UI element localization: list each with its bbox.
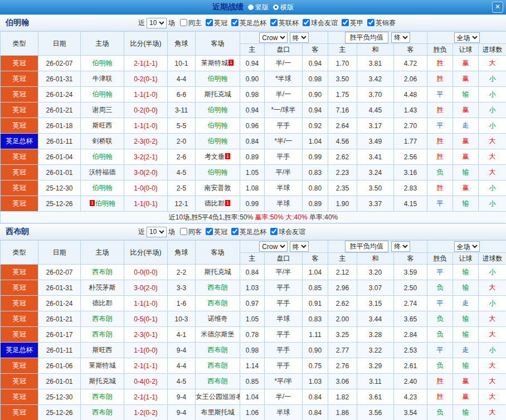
result-wdl: 负 [427, 358, 453, 374]
league-checkbox[interactable] [270, 228, 278, 235]
odds-home: 0.97 [240, 296, 265, 311]
league-filters: 同主英冠英足总杯英联杯球会友谊英甲英锦赛 [176, 18, 396, 28]
odds-final-select[interactable]: 终 [290, 241, 309, 252]
league-filters: 同客英冠英足总杯球会友谊 [176, 227, 305, 237]
avg-label: 胜平负均值 [345, 32, 388, 43]
odds-home: 0.84 [240, 265, 265, 280]
league-checkbox[interactable] [206, 19, 213, 26]
league-checkbox[interactable] [270, 19, 278, 26]
recent-count-select[interactable]: 10 [147, 227, 167, 237]
avg-away: 1.43 [394, 102, 427, 118]
league-type: 英足总杯 [1, 343, 38, 358]
league-checkbox[interactable] [303, 19, 310, 26]
league-filter[interactable]: 英足总杯 [231, 19, 266, 27]
fullmatch-select[interactable]: 全场 [454, 241, 480, 252]
league-checkbox[interactable] [367, 19, 374, 26]
horizontal-radio-icon[interactable] [273, 4, 279, 10]
avg-draw: 3.29 [357, 358, 394, 374]
handicap-line: *半/一 [265, 134, 303, 149]
red-card-badge: 1 [225, 153, 230, 159]
avg-home: 7.16 [328, 102, 357, 118]
league-checkbox[interactable] [342, 19, 349, 26]
league-filter[interactable]: 球会友谊 [270, 228, 305, 236]
match-row: 英冠25-12-26西布朗1-2(0-2)9-4布里斯托城1.06半球0.841… [1, 405, 506, 420]
odds-away: 0.83 [303, 311, 328, 327]
col-avg-draw: 和 [357, 44, 394, 56]
handicap-line: 半球 [265, 196, 303, 212]
match-date: 26-01-24 [38, 87, 81, 102]
avg-draw: 3.15 [357, 296, 394, 311]
avg-final-select[interactable]: 终 [391, 32, 410, 43]
avg-draw: 3.50 [357, 180, 394, 196]
away-team: 西布朗 [196, 343, 240, 358]
col-type: 类型 [1, 241, 38, 265]
avg-away: 3.16 [394, 165, 427, 180]
odds-final-select[interactable]: 终 [290, 32, 309, 43]
odds-away: 0.94 [303, 56, 328, 71]
odds-company-select[interactable]: Crow [259, 241, 288, 252]
horizontal-label[interactable]: 横版 [280, 3, 294, 12]
league-filter[interactable]: 同客 [180, 228, 202, 236]
home-team: 西布朗 [81, 311, 124, 327]
avg-away: 2.56 [394, 149, 427, 165]
result-goals: 大 [479, 280, 506, 296]
league-filter[interactable]: 英甲 [342, 19, 363, 27]
result-goals: 小 [479, 180, 506, 196]
league-filter[interactable]: 英锦赛 [367, 19, 396, 27]
avg-draw: 4.45 [357, 102, 394, 118]
red-card-badge: 1 [225, 200, 230, 206]
match-date: 25-12-30 [38, 389, 81, 405]
avg-home: 3.06 [328, 374, 357, 389]
score: 0-0(0-0) [124, 265, 168, 280]
away-team: 德比郡1 [196, 196, 240, 212]
fullmatch-group-header: 全场 [427, 241, 506, 253]
close-icon[interactable]: ✕ [492, 2, 503, 13]
away-team: 诺维奇 [196, 311, 240, 327]
vertical-label[interactable]: 竖版 [255, 3, 269, 12]
odds-away: 0.91 [303, 296, 328, 311]
odds-home: 0.84 [240, 134, 265, 149]
match-row: 英冠26-01-21谢周三0-2(0-0)3-11伯明翰0.94*一/球半0.9… [1, 102, 506, 118]
league-checkbox[interactable] [231, 228, 239, 235]
odds-away: 0.90 [303, 87, 328, 102]
result-wdl: 负 [427, 165, 453, 180]
avg-home: 4.56 [328, 134, 357, 149]
match-date: 26-01-01 [38, 374, 81, 389]
result-wdl: 负 [427, 311, 453, 327]
league-filter[interactable]: 同主 [180, 19, 202, 27]
vertical-radio-icon[interactable] [248, 4, 254, 10]
match-row: 英冠26-01-06莱斯特城2-1(1-1)4-4西布朗1.14平手0.752.… [1, 358, 506, 374]
home-team: 西布朗 [81, 265, 124, 280]
league-checkbox[interactable] [180, 19, 187, 26]
recent-count-select[interactable]: 10 [147, 18, 167, 28]
col-corner: 角球 [168, 32, 196, 56]
league-filter[interactable]: 英足总杯 [231, 228, 266, 236]
odds-home: 1.03 [240, 280, 265, 296]
league-type: 英冠 [1, 296, 38, 311]
avg-draw: 3.20 [357, 265, 394, 280]
fullmatch-select[interactable]: 全场 [454, 32, 480, 43]
result-goals: 大 [479, 56, 506, 71]
avg-final-select[interactable]: 终 [391, 241, 410, 252]
league-filter[interactable]: 球会友谊 [303, 19, 338, 27]
odds-away: 1.04 [303, 134, 328, 149]
league-filter[interactable]: 英联杯 [270, 19, 299, 27]
avg-home: 1.86 [328, 405, 357, 420]
home-team: 剑桥联 [81, 134, 124, 149]
league-filter[interactable]: 英冠 [206, 228, 227, 236]
away-team: 南安普敦 [196, 180, 240, 196]
result-goals: 大 [479, 374, 506, 389]
recent-suffix: 场 [168, 18, 175, 28]
league-checkbox[interactable] [206, 228, 213, 235]
league-checkbox[interactable] [180, 228, 187, 235]
odds-company-select[interactable]: Crow [259, 32, 288, 43]
result-handicap: 赢 [453, 149, 479, 165]
league-checkbox[interactable] [231, 19, 239, 26]
league-filter[interactable]: 英冠 [206, 19, 227, 27]
avg-home: 1.82 [328, 389, 357, 405]
score: 0-2(0-0) [124, 102, 168, 118]
handicap-line: 平手 [265, 343, 303, 358]
match-row: 英冠26-01-17西布朗2-3(0-1)4-1米德尔斯堡0.78平手1.113… [1, 327, 506, 343]
match-date: 26-01-21 [38, 311, 81, 327]
corner-count: 9-4 [168, 405, 196, 420]
